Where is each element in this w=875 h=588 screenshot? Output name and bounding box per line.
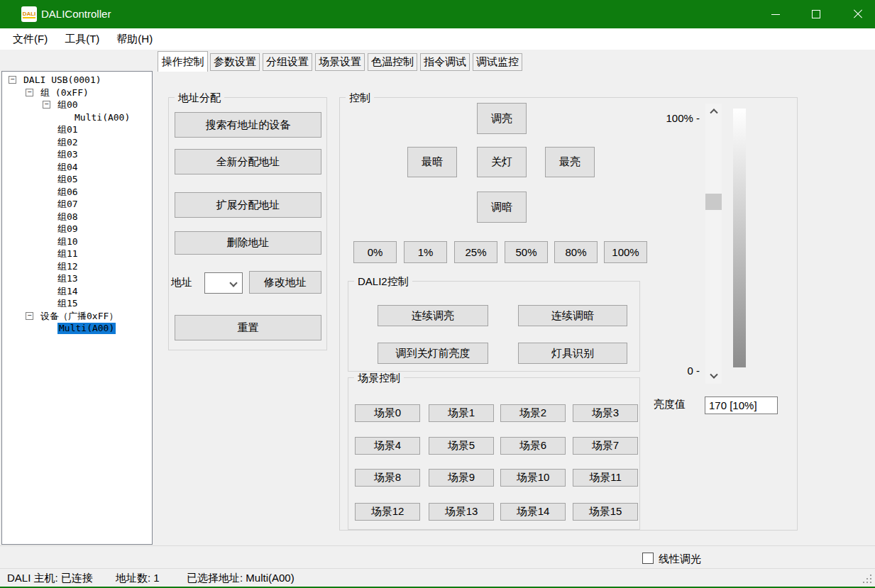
scene-button-1[interactable]: 场景1 [429,404,494,422]
scene-button-13[interactable]: 场景13 [429,503,494,521]
tree-item-14[interactable]: 组11 [2,248,152,260]
tree-item-20[interactable]: Multi(A00) [2,322,152,335]
tree-collapse-icon[interactable]: − [43,101,50,109]
reset-button[interactable]: 重置 [175,315,321,340]
percent-button-0[interactable]: 0% [353,241,397,263]
tree-item-8[interactable]: 组05 [2,173,152,186]
assign-new-address-button[interactable]: 全新分配地址 [175,149,321,174]
address-combobox[interactable] [204,272,243,294]
tree-item-18[interactable]: 组15 [2,297,152,310]
tree-item-label: 组10 [57,236,78,248]
continuous-dim-down-button[interactable]: 连续调暗 [518,305,627,326]
minimize-button[interactable] [759,0,792,28]
scene-button-7[interactable]: 场景7 [573,437,638,455]
lamp-identify-button[interactable]: 灯具识别 [518,343,627,364]
close-button[interactable] [842,0,874,28]
menu-item-file[interactable]: 文件(F) [6,28,55,50]
tab-command-debug[interactable]: 指令调试 [420,53,470,71]
scene-button-4[interactable]: 场景4 [355,437,420,455]
scene-button-2[interactable]: 场景2 [500,404,566,422]
tree-item-15[interactable]: 组12 [2,260,152,273]
scene-button-11[interactable]: 场景11 [573,469,638,487]
maximize-button[interactable] [800,0,832,28]
tree-item-17[interactable]: 组14 [2,285,152,298]
chevron-down-icon [710,371,717,379]
tree-item-label: 组 (0xFF) [40,87,89,99]
scene-button-15[interactable]: 场景15 [573,503,638,521]
tree-item-label: 组14 [57,286,78,297]
dali2-control-group-title: DALI2控制 [354,275,412,287]
tree-item-label: 组12 [57,261,78,272]
tree-item-1[interactable]: −组 (0xFF) [2,87,152,99]
tree-item-13[interactable]: 组10 [2,235,152,248]
tab-grouping-settings[interactable]: 分组设置 [263,53,312,71]
status-address-count: 地址数: 1 [116,572,160,585]
delete-address-button[interactable]: 删除地址 [175,231,321,255]
tab-color-temperature-control[interactable]: 色温控制 [368,53,417,71]
dim-up-button[interactable]: 调亮 [477,103,527,134]
dim-min-button[interactable]: 最暗 [407,147,457,177]
scene-button-0[interactable]: 场景0 [355,404,420,422]
tree-item-9[interactable]: 组06 [2,186,152,199]
level-0-label: 0 - [602,365,700,377]
linear-dimming-checkbox[interactable] [642,553,654,564]
tree-item-10[interactable]: 组07 [2,198,152,211]
brightness-value-box[interactable]: 170 [10%] [705,396,778,414]
tab-scene-settings[interactable]: 场景设置 [315,53,365,71]
brightness-label: 亮度值 [654,398,686,411]
resize-grip[interactable] [863,575,873,584]
tree-item-5[interactable]: 组02 [2,136,152,149]
address-label: 地址 [171,276,192,289]
tree-item-label: 组00 [57,99,78,111]
dim-down-button[interactable]: 调暗 [477,192,527,223]
tree-item-6[interactable]: 组03 [2,148,152,161]
menu-item-help[interactable]: 帮助(H) [109,28,160,50]
recall-last-level-button[interactable]: 调到关灯前亮度 [378,343,488,364]
tree-item-2[interactable]: −组00 [2,99,152,111]
tree-item-19[interactable]: −设备（广播0xFF） [2,310,152,323]
scroll-up-button[interactable] [705,104,722,118]
percent-button-3[interactable]: 50% [505,241,548,263]
tab-debug-monitor[interactable]: 调试监控 [473,53,522,71]
scene-button-3[interactable]: 场景3 [573,404,638,422]
scene-button-10[interactable]: 场景10 [500,469,566,487]
tree-item-12[interactable]: 组09 [2,223,152,235]
tree-item-7[interactable]: 组04 [2,161,152,174]
tree-item-label: 组13 [57,273,78,284]
tree-collapse-icon[interactable]: − [9,76,16,84]
tree-collapse-icon[interactable]: − [26,89,33,96]
lamp-off-button[interactable]: 关灯 [477,147,527,177]
percent-button-2[interactable]: 25% [454,241,497,263]
continuous-dim-up-button[interactable]: 连续调亮 [378,305,488,326]
level-scrollbar[interactable] [705,104,722,384]
menu-bar: 文件(F)工具(T)帮助(H) [0,28,875,50]
scene-button-8[interactable]: 场景8 [355,469,420,487]
level-100-label: 100% - [602,112,700,125]
tree-collapse-icon[interactable]: − [26,312,33,320]
tree-item-label: 组02 [57,137,78,148]
scene-button-12[interactable]: 场景12 [355,503,420,521]
search-addressed-devices-button[interactable]: 搜索有地址的设备 [175,112,321,138]
extend-assign-address-button[interactable]: 扩展分配地址 [175,192,321,218]
percent-button-1[interactable]: 1% [404,241,447,263]
tree-item-0[interactable]: −DALI USB(0001) [2,74,152,87]
scrollbar-thumb[interactable] [705,194,722,210]
scene-button-9[interactable]: 场景9 [429,469,494,487]
scene-button-14[interactable]: 场景14 [500,503,566,521]
tree-item-3[interactable]: Multi(A00) [2,111,152,124]
tree-item-11[interactable]: 组08 [2,211,152,223]
scroll-down-button[interactable] [705,370,722,384]
tab-operation-control[interactable]: 操作控制 [158,51,208,72]
tree-item-16[interactable]: 组13 [2,272,152,285]
tree-item-4[interactable]: 组01 [2,123,152,136]
percent-button-5[interactable]: 100% [604,241,647,263]
dim-max-button[interactable]: 最亮 [545,147,595,177]
scene-button-5[interactable]: 场景5 [429,437,494,455]
tree-item-label: 组04 [57,162,78,173]
menu-item-tools[interactable]: 工具(T) [57,28,106,50]
percent-button-4[interactable]: 80% [554,241,598,263]
scene-button-6[interactable]: 场景6 [500,437,566,455]
tree-item-label: 设备（广播0xFF） [40,311,118,322]
modify-address-button[interactable]: 修改地址 [249,271,321,294]
tab-parameter-settings[interactable]: 参数设置 [210,53,260,71]
